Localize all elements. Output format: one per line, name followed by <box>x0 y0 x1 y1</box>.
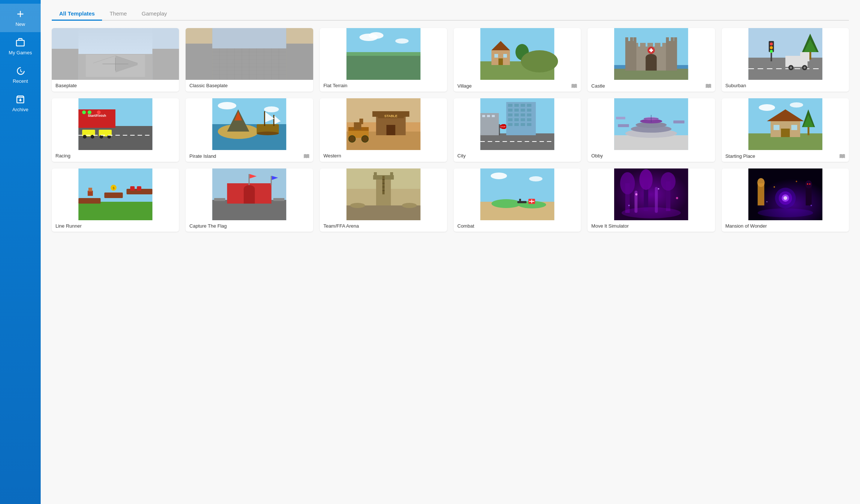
svg-rect-206 <box>390 172 393 177</box>
thumbnail-western: STABLE <box>320 98 447 150</box>
svg-rect-59 <box>666 41 677 71</box>
thumbnail-line-runner: $ <box>52 168 179 220</box>
template-card-team-ffa[interactable]: Team/FFA Arena <box>320 168 447 232</box>
svg-rect-225 <box>529 201 534 202</box>
template-label-racing: Racing <box>52 150 179 161</box>
svg-rect-165 <box>673 120 684 123</box>
svg-text:STABLE: STABLE <box>384 114 397 118</box>
svg-point-43 <box>521 50 558 72</box>
template-card-classic-baseplate[interactable]: Classic Baseplate <box>186 28 313 92</box>
clock-icon <box>15 66 26 76</box>
thumbnail-castle <box>588 28 715 80</box>
svg-rect-60 <box>666 37 669 42</box>
template-label-capture-flag: Capture The Flag <box>186 220 313 232</box>
sidebar-item-new[interactable]: New <box>0 4 41 32</box>
svg-rect-65 <box>649 50 653 51</box>
svg-rect-176 <box>807 126 809 135</box>
thumbnail-village <box>454 28 581 80</box>
svg-point-219 <box>491 199 521 208</box>
template-label-team-ffa: Team/FFA Arena <box>320 220 447 232</box>
svg-point-99 <box>264 106 279 112</box>
sidebar-item-recent[interactable]: Recent <box>0 61 41 89</box>
svg-point-257 <box>810 205 812 206</box>
svg-rect-189 <box>137 186 141 191</box>
svg-rect-56 <box>625 37 628 42</box>
thumbnail-team-ffa <box>320 168 447 220</box>
svg-rect-166 <box>616 117 625 119</box>
svg-rect-174 <box>791 125 797 130</box>
svg-rect-137 <box>514 113 519 116</box>
template-card-suburban[interactable]: Suburban <box>722 28 849 92</box>
template-card-mansion[interactable]: Mansion of Wonder <box>722 168 849 232</box>
template-card-capture-flag[interactable]: Capture The Flag <box>186 168 313 232</box>
svg-point-194 <box>244 185 255 193</box>
template-card-castle[interactable]: Castle <box>588 28 715 92</box>
svg-rect-140 <box>508 118 512 121</box>
svg-rect-197 <box>271 176 272 185</box>
tab-gameplay[interactable]: Gameplay <box>134 7 174 21</box>
template-card-flat-terrain[interactable]: Flat Terrain <box>320 28 447 92</box>
svg-rect-146 <box>521 123 525 126</box>
template-card-line-runner[interactable]: $ Line Runner <box>52 168 179 232</box>
thumbnail-flat-terrain <box>320 28 447 80</box>
svg-point-79 <box>770 50 773 53</box>
svg-text:STOP: STOP <box>500 126 505 128</box>
svg-rect-221 <box>517 201 527 203</box>
template-card-baseplate[interactable]: Baseplate <box>52 28 179 92</box>
svg-rect-39 <box>503 54 507 58</box>
svg-rect-70 <box>800 52 809 61</box>
svg-point-256 <box>766 201 767 202</box>
svg-point-89 <box>97 110 101 114</box>
thumbnail-mansion <box>722 168 849 220</box>
sidebar-label-my-games: My Games <box>9 50 32 55</box>
svg-point-214 <box>402 203 417 208</box>
tab-theme[interactable]: Theme <box>102 7 134 21</box>
svg-point-77 <box>770 42 773 45</box>
template-card-western[interactable]: STABLE Western <box>320 98 447 162</box>
svg-point-105 <box>257 132 279 135</box>
thumbnail-racing: Start/Finish <box>52 98 179 150</box>
thumbnail-capture-flag <box>186 168 313 220</box>
template-card-move-it[interactable]: Move It Simulator <box>588 168 715 232</box>
template-label-obby: Obby <box>588 150 715 161</box>
template-card-combat[interactable]: Combat <box>454 168 581 232</box>
template-label-combat: Combat <box>454 220 581 232</box>
template-card-starting-place[interactable]: Starting Place <box>722 98 849 162</box>
template-card-village[interactable]: Village <box>454 28 581 92</box>
svg-point-229 <box>620 172 635 194</box>
svg-point-78 <box>770 46 773 49</box>
thumbnail-move-it <box>588 168 715 220</box>
svg-rect-136 <box>508 113 512 116</box>
sidebar-item-my-games[interactable]: My Games <box>0 32 41 61</box>
svg-point-216 <box>491 173 507 179</box>
svg-point-252 <box>809 183 810 185</box>
svg-rect-129 <box>514 104 519 107</box>
template-label-mansion: Mansion of Wonder <box>722 220 849 232</box>
template-card-obby[interactable]: Obby <box>588 98 715 162</box>
svg-point-236 <box>622 207 681 218</box>
svg-rect-186 <box>88 191 93 196</box>
plus-icon <box>15 9 26 19</box>
svg-rect-51 <box>655 43 660 48</box>
svg-rect-195 <box>248 174 250 185</box>
svg-rect-123 <box>359 119 363 124</box>
svg-point-255 <box>796 181 797 182</box>
tab-all-templates[interactable]: All Templates <box>52 7 102 21</box>
thumbnail-city: STOP <box>454 98 581 150</box>
sidebar-item-archive[interactable]: Archive <box>0 89 41 118</box>
template-card-city[interactable]: STOP City <box>454 98 581 162</box>
template-label-city: City <box>454 150 581 161</box>
template-card-racing[interactable]: Start/Finish Racing <box>52 98 179 162</box>
svg-rect-141 <box>514 118 519 121</box>
sidebar: New My Games Recent Archive <box>0 0 41 504</box>
sidebar-label-new: New <box>16 21 25 27</box>
svg-rect-205 <box>374 172 377 177</box>
svg-point-54 <box>646 54 657 61</box>
svg-rect-132 <box>508 109 512 112</box>
svg-point-239 <box>676 197 678 199</box>
svg-rect-148 <box>499 124 500 135</box>
svg-point-98 <box>218 102 236 109</box>
template-card-pirate-island[interactable]: Pirate Island <box>186 98 313 162</box>
svg-rect-222 <box>519 199 521 202</box>
svg-rect-38 <box>494 54 498 58</box>
